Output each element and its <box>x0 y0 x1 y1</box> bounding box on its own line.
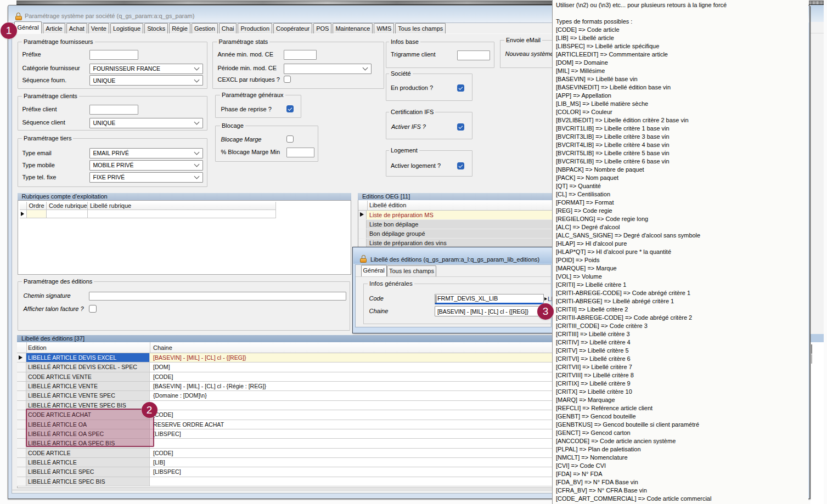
rubriques-header-ordre[interactable]: Ordre <box>27 202 47 210</box>
row-selector[interactable] <box>17 449 26 457</box>
table-row[interactable]: LIBELLÉ ARTICLE SPEC BIS <box>17 477 555 486</box>
type-tel-fixe-select[interactable]: FIXE PRIVÉ <box>89 172 203 183</box>
table-row[interactable]: CODE ARTICLE[CODE] <box>17 449 555 458</box>
cell-chaine[interactable]: {Domaine : [DOM]\n} <box>150 391 555 400</box>
tab[interactable]: Stocks <box>144 23 168 33</box>
afficher-talon-checkbox[interactable] <box>89 305 97 313</box>
type-email-select[interactable]: EMAIL PRIVÉ <box>89 148 203 158</box>
cell-chaine[interactable]: [CODE] <box>150 372 555 381</box>
row-selector[interactable] <box>17 458 26 467</box>
table-row[interactable]: LIBELLÉ ARTICLE SPEC[LIBSPEC] <box>17 467 555 477</box>
editions-oeg-header[interactable]: Libellé édition <box>358 201 555 211</box>
row-selector[interactable] <box>17 401 26 410</box>
row-selector[interactable] <box>17 410 26 419</box>
popup-tab-tous-les-champs[interactable]: Tous les champs <box>387 265 436 276</box>
tab[interactable]: POS <box>313 23 331 33</box>
column-header-chaine[interactable]: Chaine <box>153 344 172 351</box>
cell-chaine[interactable]: [LIB] <box>150 458 555 467</box>
chaine-input[interactable]: [BASEVIN] - [MIL] - [CL] cl - {[REG]} <box>435 306 544 316</box>
periode-min-select[interactable] <box>284 64 372 74</box>
tab[interactable]: Logistique <box>110 23 143 33</box>
cell-chaine[interactable] <box>150 477 555 486</box>
cell-chaine[interactable] <box>150 401 555 410</box>
pct-blocage-input[interactable] <box>286 148 314 157</box>
row-selector[interactable] <box>17 467 26 476</box>
row-selector[interactable] <box>358 211 367 219</box>
table-row[interactable]: LIBELLÉ ARTICLE VENTE[BASEVIN] - [MIL] -… <box>17 382 555 391</box>
row-selector[interactable] <box>358 239 367 247</box>
row-selector[interactable] <box>17 477 26 486</box>
row-selector[interactable] <box>358 229 367 238</box>
prefixe-input[interactable] <box>89 50 138 60</box>
blocage-marge-checkbox[interactable] <box>286 135 294 143</box>
table-row[interactable]: CODE ARTICLE VENTE[CODE] <box>17 372 555 382</box>
row-selector[interactable] <box>17 372 26 381</box>
cell-chaine[interactable]: RESERVE ORDRE ACHAT <box>150 420 555 429</box>
tab[interactable]: Gestion <box>192 23 218 33</box>
table-row[interactable]: LIBELLÉ ARTICLE[LIB] <box>17 458 555 467</box>
type-mobile-select[interactable]: MOBILE PRIVÉ <box>89 160 203 171</box>
table-row[interactable]: Liste bon dépilage <box>358 220 555 229</box>
cell-chaine[interactable]: [CODE] <box>150 410 555 419</box>
code-input[interactable]: FRMT_DEVIS_XL_LIB <box>435 294 544 304</box>
cell-edition[interactable]: LIBELLÉ ARTICLE <box>26 458 150 467</box>
cell-chaine[interactable]: [LIBSPEC] <box>150 467 555 476</box>
cell-edition[interactable]: LIBELLÉ ARTICLE SPEC <box>26 467 150 476</box>
rubriques-cell-ordre[interactable] <box>27 210 47 218</box>
table-row[interactable]: Bon dépilage groupé <box>358 229 555 239</box>
prefixe-client-input[interactable] <box>89 105 138 115</box>
chemin-signature-input[interactable] <box>89 292 347 301</box>
tab[interactable]: WMS <box>374 23 394 33</box>
row-selector[interactable] <box>17 353 26 362</box>
tab[interactable]: Chai <box>219 23 237 33</box>
row-selector[interactable] <box>17 429 26 438</box>
sequence-fourn-select[interactable]: UNIQUE <box>89 75 203 86</box>
cell-edition[interactable]: CODE ARTICLE <box>26 449 150 457</box>
tab[interactable]: Achat <box>66 23 87 33</box>
cell-edition[interactable]: LIBELLÉ ARTICLE DEVIS EXCEL - SPEC <box>26 363 150 371</box>
tab[interactable]: Coopérateur <box>273 23 312 33</box>
rubriques-cell-libelle[interactable] <box>88 210 276 218</box>
cell-chaine[interactable]: [CODE] <box>150 449 555 457</box>
row-selector[interactable] <box>17 363 26 371</box>
rubriques-header-libelle[interactable]: Libellé rubrique <box>88 202 276 210</box>
cell-edition[interactable]: CODE ARTICLE VENTE <box>26 372 150 381</box>
trigramme-input[interactable] <box>457 50 490 60</box>
row-selector[interactable] <box>17 382 26 390</box>
tab[interactable]: Production <box>238 23 272 33</box>
scrollbar[interactable] <box>811 354 812 364</box>
tab[interactable]: Vente <box>88 23 109 33</box>
cell-edition[interactable]: LIBELLÉ ARTICLE VENTE <box>26 382 150 390</box>
annee-min-input[interactable] <box>284 50 317 60</box>
phase-reprise-checkbox[interactable] <box>286 105 294 112</box>
categorie-fournisseur-select[interactable]: FOURNISSEUR FRANCE <box>89 64 203 74</box>
sequence-client-select[interactable]: UNIQUE <box>89 118 203 128</box>
popup-tab-general[interactable]: Général <box>361 265 387 276</box>
cell-chaine[interactable]: [LIBSPEC] <box>150 429 555 438</box>
activer-ifs-checkbox[interactable] <box>457 123 464 131</box>
tab[interactable]: Maintenance <box>333 23 373 33</box>
activer-logement-checkbox[interactable] <box>457 162 464 169</box>
row-selector[interactable] <box>358 220 367 229</box>
tab[interactable]: Tous les champs <box>395 23 446 33</box>
cell-edition[interactable]: LIBELLÉ ARTICLE DEVIS EXCEL <box>26 353 150 362</box>
table-row[interactable]: LIBELLÉ ARTICLE DEVIS EXCEL - SPEC[DOM] <box>17 363 555 372</box>
rubriques-cell-code[interactable] <box>47 210 88 218</box>
row-selector[interactable] <box>17 420 26 429</box>
en-production-checkbox[interactable] <box>457 84 464 92</box>
table-row[interactable]: LIBELLÉ ARTICLE DEVIS EXCEL[BASEVIN] - [… <box>17 353 555 363</box>
cell-chaine[interactable]: [DOM] <box>150 363 555 371</box>
cell-edition[interactable]: LIBELLÉ ARTICLE SPEC BIS <box>26 477 150 486</box>
table-row[interactable]: Liste de préparation MS <box>358 211 555 220</box>
rubriques-header-code[interactable]: Code rubrique <box>47 202 88 210</box>
cell-chaine[interactable]: [BASEVIN] - [MIL] - [CL] cl - {Régie : [… <box>150 382 555 390</box>
tab[interactable]: Général <box>14 21 42 34</box>
row-selector[interactable] <box>17 391 26 400</box>
rubriques-row-selector[interactable] <box>20 210 27 218</box>
cell-edition[interactable]: LIBELLÉ ARTICLE VENTE SPEC <box>26 391 150 400</box>
table-row[interactable]: LIBELLÉ ARTICLE VENTE SPEC{Domaine : [DO… <box>17 391 555 400</box>
cell-chaine[interactable]: [BASEVIN] - [MIL] - [CL] cl - {[REG]} <box>150 353 555 362</box>
scrollbar[interactable] <box>811 344 812 354</box>
cell-chaine[interactable] <box>150 439 555 448</box>
popup-titlebar[interactable]: Libellé des éditions (q_gs_param:a_l:q_g… <box>353 248 552 264</box>
